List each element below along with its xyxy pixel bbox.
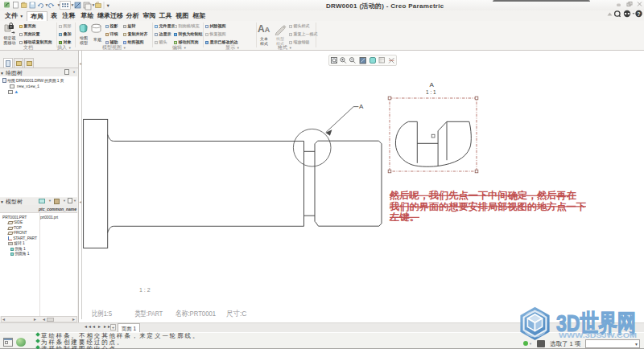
svg-text:A: A: [359, 103, 364, 110]
svg-text:?: ?: [637, 11, 640, 17]
svg-text:A: A: [430, 81, 435, 88]
svg-text:然后呢，我们先点一下中间确定，然后再在: 然后呢，我们先点一下中间确定，然后再在: [389, 190, 576, 201]
svg-text:名称:PRT0001: 名称:PRT0001: [175, 309, 216, 318]
svg-text:▼: ▼: [106, 3, 110, 8]
svg-text:▼: ▼: [45, 2, 49, 7]
svg-text:1 : 1: 1 : 1: [426, 89, 436, 95]
svg-text:▼: ▼: [92, 2, 96, 7]
svg-text:▼: ▼: [71, 2, 75, 7]
svg-text:我们的界面的想要安排局部视图的地方点一下: 我们的界面的想要安排局部视图的地方点一下: [389, 201, 586, 212]
svg-text:1 : 2: 1 : 2: [139, 287, 151, 293]
svg-text:比例1:5: 比例1:5: [92, 309, 112, 318]
svg-text:类型:PART: 类型:PART: [135, 309, 163, 318]
svg-text:尺寸:C: 尺寸:C: [226, 309, 247, 318]
svg-text:左键。: 左键。: [389, 211, 419, 223]
